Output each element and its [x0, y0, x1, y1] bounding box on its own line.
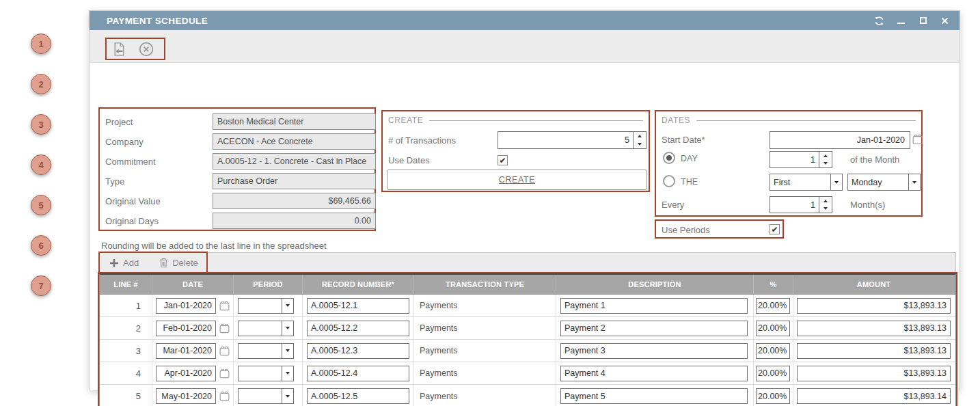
- weekday-select[interactable]: Monday: [847, 174, 921, 191]
- period-select[interactable]: [238, 366, 294, 381]
- period-select[interactable]: [238, 321, 294, 336]
- date-input[interactable]: Mar-01-2020: [156, 343, 216, 359]
- annotation-marker-6: 6: [31, 235, 51, 256]
- col-type: TRANSACTION TYPE: [414, 275, 556, 294]
- amount-input[interactable]: $13,893.13: [797, 366, 951, 381]
- form-row: Commitment A.0005-12 - 1. Concrete - Cas…: [105, 152, 375, 172]
- the-radio[interactable]: [663, 175, 675, 187]
- chevron-down-icon[interactable]: [908, 174, 920, 190]
- start-date-input[interactable]: Jan-01-2020: [770, 131, 910, 149]
- type-label: Type: [105, 176, 124, 187]
- window-title: PAYMENT SCHEDULE: [107, 16, 208, 26]
- form-row: Type Purchase Order: [105, 172, 375, 191]
- calendar-icon[interactable]: [219, 323, 230, 334]
- every-stepper[interactable]: 1: [770, 196, 832, 213]
- line-number: 3: [100, 340, 152, 362]
- amount-input[interactable]: $13,893.13: [797, 321, 951, 336]
- description-input[interactable]: Payment 2: [560, 321, 748, 336]
- use-periods-label: Use Periods: [662, 225, 710, 235]
- chevron-down-icon[interactable]: [282, 366, 293, 381]
- sync-icon[interactable]: [874, 16, 884, 26]
- dates-legend: DATES: [656, 111, 921, 125]
- record-number-input[interactable]: A.0005-12.5: [307, 388, 409, 404]
- description-input[interactable]: Payment 4: [560, 366, 748, 381]
- annotation-marker-3: 3: [31, 114, 51, 135]
- grid-header: LINE # DATE PERIOD RECORD NUMBER* TRANSA…: [100, 275, 955, 295]
- grid-toolbar: Add Delete: [99, 252, 956, 273]
- minimize-icon[interactable]: [896, 16, 906, 26]
- project-label: Project: [105, 117, 133, 127]
- record-number-input[interactable]: A.0005-12.2: [307, 321, 409, 336]
- transactions-stepper[interactable]: 5: [498, 131, 646, 149]
- commitment-label: Commitment: [105, 157, 156, 167]
- percent-input[interactable]: 20.00%: [756, 343, 790, 359]
- date-input[interactable]: Feb-01-2020: [156, 321, 216, 336]
- col-record: RECORD NUMBER*: [303, 275, 414, 294]
- company-label: Company: [105, 137, 144, 147]
- percent-input[interactable]: 20.00%: [756, 366, 790, 381]
- form-row: Project Boston Medical Center: [105, 112, 375, 132]
- company-field: ACECON - Ace Concrete: [213, 133, 376, 150]
- original-days-field: 0.00: [213, 213, 376, 229]
- spinner-arrows-icon[interactable]: [819, 197, 832, 213]
- ordinal-select[interactable]: First: [770, 174, 843, 191]
- commitment-info-section: Project Boston Medical Center Company AC…: [98, 107, 376, 231]
- percent-input[interactable]: 20.00%: [756, 388, 790, 404]
- titlebar: PAYMENT SCHEDULE: [90, 11, 959, 30]
- use-periods-section: Use Periods: [655, 219, 784, 239]
- description-input[interactable]: Payment 5: [560, 388, 748, 404]
- description-input[interactable]: Payment 3: [560, 343, 748, 359]
- table-row: 4 Apr-01-2020 A.0005-12.4 Payments Payme…: [100, 362, 955, 385]
- close-icon[interactable]: [940, 16, 950, 26]
- table-row: 3 Mar-01-2020 A.0005-12.3 Payments Payme…: [100, 340, 955, 362]
- line-number: 5: [100, 385, 152, 406]
- amount-input[interactable]: $13,893.14: [797, 388, 951, 404]
- create-button[interactable]: CREATE: [387, 170, 647, 190]
- use-dates-checkbox[interactable]: [498, 155, 508, 165]
- transaction-type: Payments: [414, 317, 556, 339]
- spinner-arrows-icon[interactable]: [633, 132, 646, 148]
- import-transactions-icon[interactable]: [111, 41, 127, 57]
- col-date: DATE: [152, 275, 234, 294]
- calendar-icon[interactable]: [912, 134, 923, 145]
- percent-input[interactable]: 20.00%: [756, 298, 790, 314]
- payment-schedule-window: PAYMENT SCHEDULE: [89, 10, 960, 390]
- type-field: Purchase Order: [213, 173, 376, 189]
- calendar-icon[interactable]: [219, 301, 230, 311]
- calendar-icon[interactable]: [219, 391, 230, 401]
- chevron-down-icon[interactable]: [282, 389, 293, 403]
- period-select[interactable]: [238, 388, 294, 404]
- calendar-icon[interactable]: [219, 346, 230, 356]
- cancel-icon[interactable]: [138, 41, 154, 57]
- day-of-month-stepper[interactable]: 1: [770, 151, 832, 168]
- percent-input[interactable]: 20.00%: [756, 321, 790, 336]
- chevron-down-icon[interactable]: [282, 344, 293, 358]
- annotation-marker-4: 4: [31, 154, 51, 175]
- period-select[interactable]: [238, 298, 294, 314]
- spinner-arrows-icon[interactable]: [819, 152, 832, 167]
- create-legend: CREATE: [383, 111, 649, 125]
- maximize-icon[interactable]: [918, 16, 928, 26]
- record-number-input[interactable]: A.0005-12.1: [307, 298, 409, 314]
- the-radio-label: THE: [681, 177, 698, 187]
- date-input[interactable]: May-01-2020: [156, 388, 216, 404]
- amount-input[interactable]: $13,893.13: [797, 343, 951, 359]
- record-number-input[interactable]: A.0005-12.3: [307, 343, 409, 359]
- calendar-icon[interactable]: [219, 368, 230, 379]
- original-days-label: Original Days: [105, 216, 159, 226]
- date-input[interactable]: Jan-01-2020: [156, 298, 216, 314]
- date-input[interactable]: Apr-01-2020: [156, 366, 216, 381]
- project-field: Boston Medical Center: [213, 113, 376, 130]
- chevron-down-icon[interactable]: [830, 174, 842, 190]
- day-radio[interactable]: [663, 152, 675, 164]
- record-number-input[interactable]: A.0005-12.4: [307, 366, 409, 381]
- use-periods-checkbox[interactable]: [770, 224, 780, 234]
- every-label: Every: [662, 200, 684, 210]
- period-select[interactable]: [238, 343, 294, 359]
- chevron-down-icon[interactable]: [282, 321, 293, 336]
- amount-input[interactable]: $13,893.13: [797, 298, 951, 314]
- chevron-down-icon[interactable]: [282, 299, 293, 313]
- description-input[interactable]: Payment 1: [560, 298, 748, 314]
- table-row: 1 Jan-01-2020 A.0005-12.1 Payments Payme…: [100, 295, 955, 317]
- window-controls: [874, 16, 950, 26]
